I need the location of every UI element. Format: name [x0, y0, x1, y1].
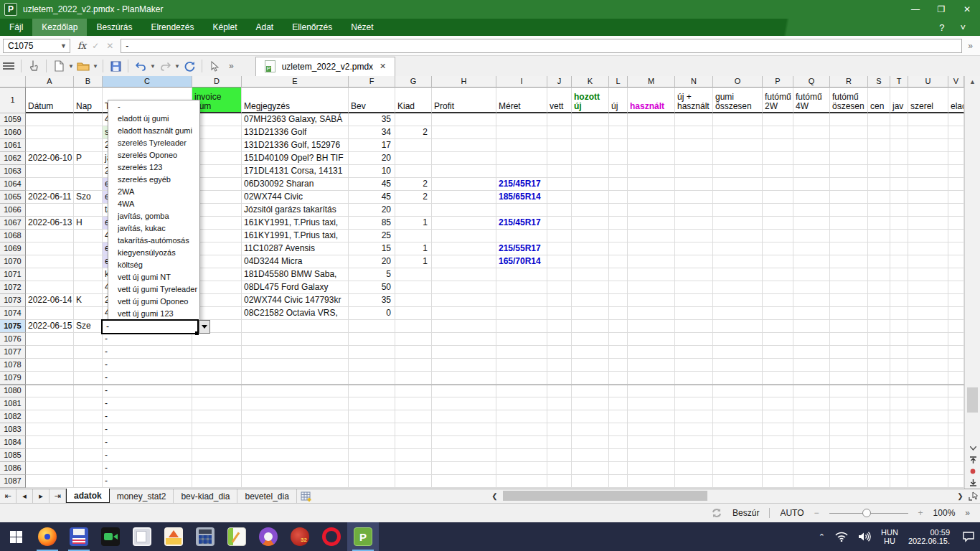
cell-C1086[interactable]: -	[103, 462, 192, 475]
cell-D1080[interactable]	[192, 385, 242, 397]
cell-G1079[interactable]	[395, 372, 432, 385]
cell-D1081[interactable]	[192, 397, 242, 410]
cell-L1062[interactable]	[609, 152, 628, 165]
cell-B1060[interactable]	[74, 126, 103, 139]
column-header-K[interactable]: K	[572, 76, 609, 88]
cell-H1068[interactable]	[432, 230, 496, 242]
cell-J1066[interactable]	[547, 204, 572, 217]
cell-Q1075[interactable]	[793, 320, 830, 333]
header-cell-V1[interactable]: elad	[948, 88, 964, 113]
cell-B1064[interactable]	[74, 178, 103, 191]
cell-Q1063[interactable]	[793, 165, 830, 178]
dropdown-item-5[interactable]: szerelés 123	[108, 161, 199, 174]
cell-Q1072[interactable]	[793, 281, 830, 294]
cell-Q1076[interactable]	[793, 333, 830, 346]
cell-M1087[interactable]	[628, 475, 675, 488]
cell-S1085[interactable]	[868, 449, 890, 462]
previous-sheet-icon[interactable]: ◂	[17, 489, 33, 503]
cell-I1059[interactable]	[496, 113, 547, 126]
cell-K1075[interactable]	[572, 320, 609, 333]
row-header-1087[interactable]: 1087	[0, 475, 26, 488]
cell-B1068[interactable]	[74, 230, 103, 242]
cell-T1070[interactable]	[890, 255, 908, 268]
cell-O1078[interactable]	[713, 359, 763, 372]
cell-G1081[interactable]	[395, 397, 432, 410]
cell-B1059[interactable]	[74, 113, 103, 126]
row-header-1075[interactable]: 1075	[0, 320, 26, 333]
zoom-slider-thumb[interactable]	[862, 509, 871, 517]
dropdown-item-12[interactable]: kiegyensúlyozás	[108, 247, 199, 259]
row-header-1063[interactable]: 1063	[0, 165, 26, 178]
cell-A1086[interactable]	[26, 462, 74, 475]
cell-M1062[interactable]	[628, 152, 675, 165]
cell-N1067[interactable]	[675, 217, 713, 230]
cell-E1077[interactable]	[242, 346, 349, 359]
cell-E1087[interactable]	[242, 475, 349, 488]
cell-V1083[interactable]	[948, 423, 964, 436]
cell-K1061[interactable]	[572, 139, 609, 152]
cell-J1084[interactable]	[547, 436, 572, 449]
cell-V1068[interactable]	[948, 230, 964, 242]
cell-G1066[interactable]	[395, 204, 432, 217]
cell-A1066[interactable]	[26, 204, 74, 217]
header-cell-J1[interactable]: vett	[547, 88, 572, 113]
cell-O1064[interactable]	[713, 178, 763, 191]
column-header-T[interactable]: T	[890, 76, 908, 88]
cell-T1080[interactable]	[890, 385, 908, 397]
zoom-out-icon[interactable]: −	[814, 508, 819, 518]
dropdown-item-0[interactable]: -	[108, 100, 199, 113]
cell-U1087[interactable]	[908, 475, 948, 488]
cell-K1062[interactable]	[572, 152, 609, 165]
cell-L1074[interactable]	[609, 307, 628, 320]
header-cell-M1[interactable]: használt	[628, 88, 675, 113]
row-header-1082[interactable]: 1082	[0, 410, 26, 423]
cell-F1074[interactable]: 0	[349, 307, 395, 320]
row-header-1062[interactable]: 1062	[0, 152, 26, 165]
cell-B1073[interactable]: K	[74, 294, 103, 307]
cell-R1069[interactable]	[830, 242, 868, 255]
cell-L1078[interactable]	[609, 359, 628, 372]
cell-E1074[interactable]: 08C21582 Octavia VRS,	[242, 307, 349, 320]
cell-M1075[interactable]	[628, 320, 675, 333]
dropdown-item-9[interactable]: javítás, gomba	[108, 210, 199, 222]
cell-J1078[interactable]	[547, 359, 572, 372]
cell-R1083[interactable]	[830, 423, 868, 436]
cell-N1066[interactable]	[675, 204, 713, 217]
cell-E1083[interactable]	[242, 423, 349, 436]
cell-F1067[interactable]: 85	[349, 217, 395, 230]
cell-I1085[interactable]	[496, 449, 547, 462]
cell-O1070[interactable]	[713, 255, 763, 268]
cell-H1061[interactable]	[432, 139, 496, 152]
cell-G1086[interactable]	[395, 462, 432, 475]
cell-E1078[interactable]	[242, 359, 349, 372]
cell-O1073[interactable]	[713, 294, 763, 307]
cell-Q1078[interactable]	[793, 359, 830, 372]
cell-S1086[interactable]	[868, 462, 890, 475]
cell-S1081[interactable]	[868, 397, 890, 410]
cell-V1069[interactable]	[948, 242, 964, 255]
cell-H1085[interactable]	[432, 449, 496, 462]
cell-F1069[interactable]: 15	[349, 242, 395, 255]
sheet-tab-bevetel_dia[interactable]: bevetel_dia	[237, 489, 296, 503]
cell-Q1085[interactable]	[793, 449, 830, 462]
cell-S1066[interactable]	[868, 204, 890, 217]
cell-O1079[interactable]	[713, 372, 763, 385]
cell-R1084[interactable]	[830, 436, 868, 449]
scroll-left-icon[interactable]: ❮	[489, 492, 500, 500]
cell-N1063[interactable]	[675, 165, 713, 178]
cell-N1078[interactable]	[675, 359, 713, 372]
cell-E1080[interactable]	[242, 385, 349, 397]
cell-V1074[interactable]	[948, 307, 964, 320]
taskbar-opera-icon[interactable]	[316, 522, 347, 551]
cell-I1075[interactable]	[496, 320, 547, 333]
cell-B1074[interactable]	[74, 307, 103, 320]
cell-B1086[interactable]	[74, 462, 103, 475]
minimize-button[interactable]: —	[903, 0, 928, 19]
cell-M1086[interactable]	[628, 462, 675, 475]
document-tab[interactable]: uzletem_2022_v2.pmdx ✕	[255, 57, 396, 76]
cell-S1082[interactable]	[868, 410, 890, 423]
cell-R1066[interactable]	[830, 204, 868, 217]
cell-B1071[interactable]	[74, 268, 103, 281]
dropdown-item-3[interactable]: szerelés Tyreleader	[108, 137, 199, 149]
cell-V1084[interactable]	[948, 436, 964, 449]
